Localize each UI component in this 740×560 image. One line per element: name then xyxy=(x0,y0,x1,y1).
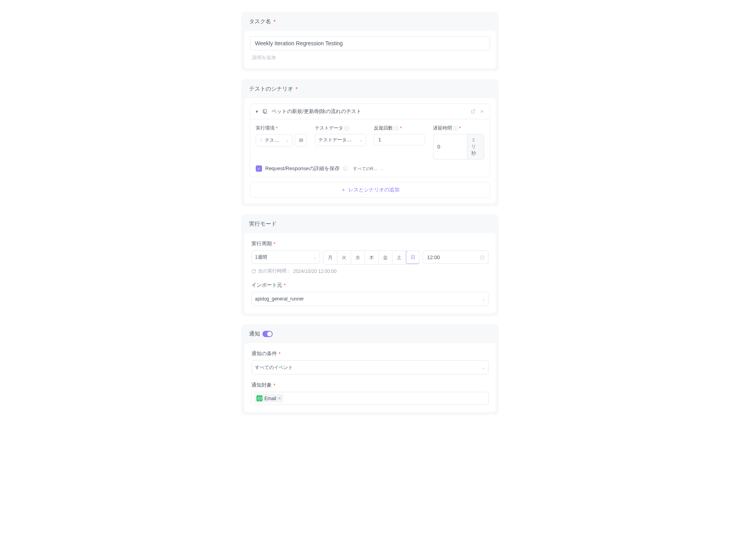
test-scenario-section-title: テストのシナリオ * xyxy=(241,79,499,98)
add-scenario-button[interactable]: ＋レスとシナリオの追加 xyxy=(250,182,490,198)
iterations-input[interactable] xyxy=(374,134,425,145)
scenario-icon xyxy=(262,108,268,115)
required-asterisk: * xyxy=(273,241,275,247)
notify-target-chip: Email× xyxy=(254,394,283,402)
scenario-title: ペットの新規/更新/削除の流れのテスト xyxy=(271,108,468,115)
svg-rect-0 xyxy=(263,109,266,113)
time-input[interactable] xyxy=(423,250,489,264)
period-value: 1週間 xyxy=(255,254,267,261)
required-asterisk: * xyxy=(279,351,281,357)
env-prefix-icon: テ xyxy=(259,137,263,143)
info-icon[interactable]: i xyxy=(343,166,348,171)
env-select[interactable]: テ テス… ⌄ xyxy=(256,134,292,146)
weekday-picker: 月火水木金土日 xyxy=(323,250,420,265)
required-asterisk: * xyxy=(276,126,278,131)
scenario-item: ▼ ペットの新規/更新/削除の流れのテスト × 実行環境 xyxy=(250,104,490,177)
plus-icon: ＋ xyxy=(341,187,346,193)
notify-card: 通知 通知の条件 * すべてのイベント ⌄ 通知対象 * Email× xyxy=(241,324,499,415)
task-name-input[interactable] xyxy=(250,36,490,50)
next-run-label: 次の実行時間： xyxy=(258,268,291,274)
clock-icon xyxy=(480,255,485,260)
notify-toggle[interactable] xyxy=(262,331,273,337)
notify-condition-label: 通知の条件 xyxy=(251,350,277,357)
delay-label: 遅延時間 xyxy=(433,125,452,132)
chevron-down-icon: ⌄ xyxy=(380,167,383,171)
save-detail-scope-select[interactable]: すべてのR… ⌄ xyxy=(353,166,383,172)
delay-input[interactable] xyxy=(433,134,467,159)
chevron-down-icon: ⌄ xyxy=(482,297,485,301)
task-name-label: タスク名 xyxy=(249,18,271,25)
collapse-caret-icon[interactable]: ▼ xyxy=(255,109,259,114)
notify-target-label: 通知対象 xyxy=(251,382,272,389)
weekday-option[interactable]: 木 xyxy=(365,251,379,264)
save-detail-checkbox[interactable]: ✓ xyxy=(256,165,262,172)
run-mode-section-title: 実行モード xyxy=(241,214,499,233)
weekday-option[interactable]: 日 xyxy=(406,250,420,264)
required-asterisk: * xyxy=(273,382,275,388)
env-label: 実行環境 xyxy=(256,125,275,132)
refresh-icon xyxy=(251,269,256,274)
period-label: 実行周期 xyxy=(251,240,272,247)
weekday-option[interactable]: 土 xyxy=(392,251,406,264)
period-select[interactable]: 1週間 ⌄ xyxy=(251,250,320,264)
scenario-header: ▼ ペットの新規/更新/削除の流れのテスト × xyxy=(250,104,490,119)
save-detail-scope-value: すべてのR… xyxy=(353,166,378,172)
info-icon[interactable]: i xyxy=(394,126,399,131)
import-label: インポート元 xyxy=(251,282,282,289)
chevron-down-icon: ⌄ xyxy=(313,255,316,260)
testdata-value: テストデータ… xyxy=(318,137,351,143)
test-scenario-label: テストのシナリオ xyxy=(249,85,293,93)
required-asterisk: * xyxy=(273,19,275,25)
notify-section-title: 通知 xyxy=(241,324,499,343)
task-description-placeholder[interactable]: 説明を追加 xyxy=(250,50,490,63)
testdata-label: テストデータ xyxy=(315,125,343,132)
notify-condition-value: すべてのイベント xyxy=(255,364,293,371)
chevron-down-icon: ⌄ xyxy=(286,138,289,143)
info-icon[interactable]: i xyxy=(453,126,458,131)
env-config-button[interactable] xyxy=(295,134,307,146)
required-asterisk: * xyxy=(400,126,402,131)
task-name-section-title: タスク名 * xyxy=(241,12,499,31)
weekday-option[interactable]: 火 xyxy=(337,251,351,264)
required-asterisk: * xyxy=(459,126,461,131)
import-value: apidog_general_runner xyxy=(255,296,304,302)
chip-remove-icon[interactable]: × xyxy=(278,396,281,401)
required-asterisk: * xyxy=(284,282,286,288)
chevron-down-icon: ⌄ xyxy=(359,138,363,142)
testdata-select[interactable]: テストデータ… ⌄ xyxy=(315,134,366,146)
notify-label: 通知 xyxy=(249,330,260,337)
notify-condition-select[interactable]: すべてのイベント ⌄ xyxy=(251,360,489,375)
chip-label: Email xyxy=(264,396,276,401)
next-run-value: 2024/10/20 12:00:00 xyxy=(293,269,337,274)
env-value: テス… xyxy=(265,137,279,144)
test-scenario-card: テストのシナリオ * ▼ ペットの新規/更新/削除の流れのテスト × xyxy=(241,79,499,206)
import-select[interactable]: apidog_general_runner ⌄ xyxy=(251,292,489,306)
info-icon[interactable]: i xyxy=(344,126,349,131)
weekday-option[interactable]: 水 xyxy=(351,251,365,264)
iterations-label: 反復回数 xyxy=(374,125,393,132)
chevron-down-icon: ⌄ xyxy=(482,365,485,370)
remove-scenario-icon[interactable]: × xyxy=(479,108,485,115)
run-mode-card: 実行モード 実行周期 * 1週間 ⌄ 月火水木金土日 xyxy=(241,214,499,316)
delay-unit: ミリ秒 xyxy=(467,134,484,159)
email-icon xyxy=(257,395,262,401)
svg-rect-5 xyxy=(258,397,261,400)
required-asterisk: * xyxy=(296,86,297,92)
weekday-option[interactable]: 月 xyxy=(324,251,337,264)
notify-target-input[interactable]: Email× xyxy=(251,392,489,405)
open-external-icon[interactable] xyxy=(471,109,476,114)
add-scenario-label: レスとシナリオの追加 xyxy=(348,187,400,193)
next-run-row: 次の実行時間：2024/10/20 12:00:00 xyxy=(251,268,489,274)
weekday-option[interactable]: 金 xyxy=(379,251,392,264)
run-mode-label: 実行モード xyxy=(249,221,277,228)
save-detail-label: Request/Responseの詳細を保存 xyxy=(265,165,340,172)
task-name-card: タスク名 * 説明を追加 xyxy=(241,12,499,71)
